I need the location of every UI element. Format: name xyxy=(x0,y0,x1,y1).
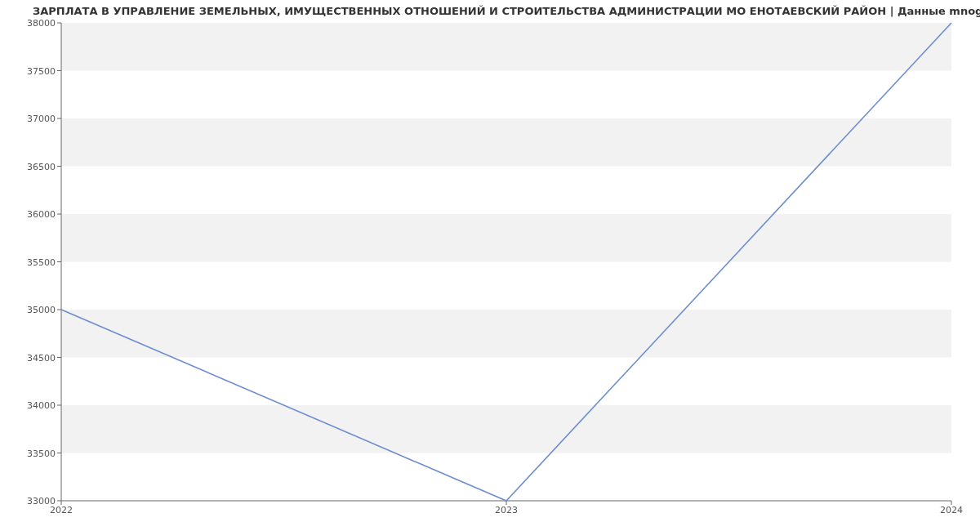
y-tick-label: 35000 xyxy=(11,305,56,315)
grid-band xyxy=(61,310,951,358)
grid-band xyxy=(61,405,951,453)
y-tick-label: 36000 xyxy=(11,209,56,220)
y-tick-label: 38000 xyxy=(11,18,56,29)
chart-title: ЗАРПЛАТА В УПРАВЛЕНИЕ ЗЕМЕЛЬНЫХ, ИМУЩЕСТ… xyxy=(33,5,980,17)
y-tick-label: 36500 xyxy=(11,161,56,172)
grid-band xyxy=(61,214,951,262)
y-tick-label: 33000 xyxy=(11,496,56,506)
y-tick-label: 35500 xyxy=(11,257,56,267)
grid-band xyxy=(61,23,951,71)
y-tick-label: 34000 xyxy=(11,400,56,411)
x-tick-label: 2022 xyxy=(50,505,73,515)
grid-band xyxy=(61,118,951,167)
y-tick-label: 37500 xyxy=(11,65,56,76)
x-tick-label: 2024 xyxy=(940,505,963,515)
y-tick-label: 33500 xyxy=(11,448,56,458)
x-tick-label: 2023 xyxy=(495,505,518,515)
chart-svg xyxy=(61,23,951,501)
plot-area xyxy=(61,23,951,501)
chart-container: ЗАРПЛАТА В УПРАВЛЕНИЕ ЗЕМЕЛЬНЫХ, ИМУЩЕСТ… xyxy=(0,0,980,531)
y-tick-label: 34500 xyxy=(11,352,56,363)
y-tick-label: 37000 xyxy=(11,114,56,124)
